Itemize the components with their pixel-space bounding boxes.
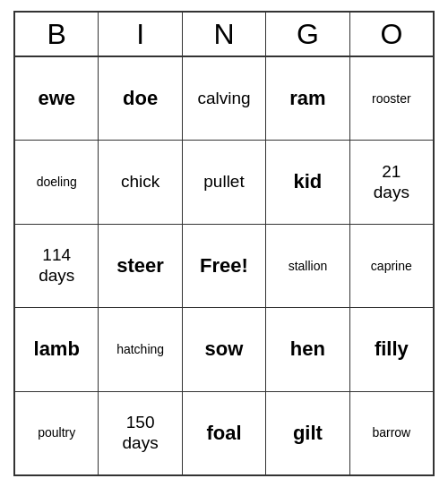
- bingo-cell: stallion: [266, 225, 349, 307]
- bingo-cell: 21days: [350, 141, 433, 223]
- bingo-grid: ewedoecalvingramroosterdoelingchickpulle…: [15, 57, 433, 474]
- bingo-row: lambhatchingsowhenfilly: [15, 308, 433, 391]
- bingo-cell: sow: [183, 308, 266, 390]
- bingo-row: doelingchickpulletkid21days: [15, 141, 433, 224]
- bingo-cell: pullet: [183, 141, 266, 223]
- bingo-cell: doeling: [15, 141, 99, 223]
- bingo-cell: 150days: [99, 392, 182, 474]
- bingo-cell: hatching: [99, 308, 182, 390]
- bingo-cell: barrow: [350, 392, 433, 474]
- bingo-cell: doe: [99, 57, 182, 140]
- bingo-cell: rooster: [350, 57, 433, 140]
- bingo-row: poultry150daysfoalgiltbarrow: [15, 392, 433, 474]
- header-letter: O: [350, 13, 433, 56]
- bingo-cell: foal: [183, 392, 266, 474]
- bingo-card: BINGO ewedoecalvingramroosterdoelingchic…: [13, 11, 435, 476]
- bingo-cell: hen: [266, 308, 349, 390]
- bingo-cell: caprine: [350, 225, 433, 307]
- bingo-header: BINGO: [15, 13, 433, 57]
- bingo-cell: calving: [183, 57, 266, 140]
- bingo-cell: 114days: [15, 225, 99, 307]
- bingo-cell: chick: [99, 141, 182, 223]
- bingo-cell: gilt: [266, 392, 349, 474]
- header-letter: I: [99, 13, 182, 56]
- header-letter: G: [266, 13, 349, 56]
- header-letter: N: [183, 13, 266, 56]
- bingo-cell: Free!: [183, 225, 266, 307]
- bingo-cell: ram: [266, 57, 349, 140]
- header-letter: B: [15, 13, 99, 56]
- bingo-cell: filly: [350, 308, 433, 390]
- bingo-cell: lamb: [15, 308, 99, 390]
- bingo-cell: steer: [99, 225, 182, 307]
- bingo-cell: poultry: [15, 392, 99, 474]
- bingo-row: 114dayssteerFree!stallioncaprine: [15, 225, 433, 308]
- bingo-row: ewedoecalvingramrooster: [15, 57, 433, 141]
- bingo-cell: ewe: [15, 57, 99, 140]
- bingo-cell: kid: [266, 141, 349, 223]
